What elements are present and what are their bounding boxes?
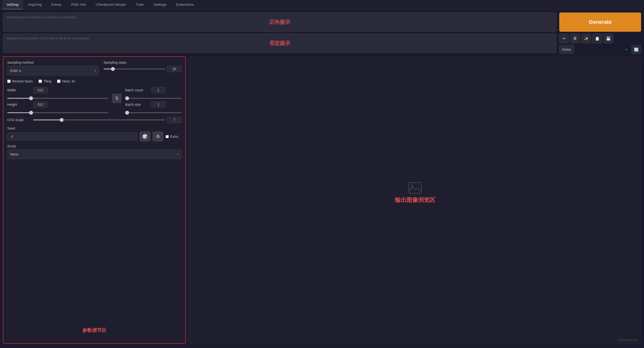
tab-settings[interactable]: Settings bbox=[149, 0, 172, 9]
dice-button[interactable]: 🎲 bbox=[140, 132, 150, 141]
sampling-left: Sampling method Euler a bbox=[7, 61, 99, 75]
styles-refresh-button[interactable]: 🔄 bbox=[632, 45, 641, 54]
tab-txt2img[interactable]: txt2img bbox=[2, 0, 23, 9]
save-icon: 💾 bbox=[606, 36, 611, 41]
prompts-column: Prompt (press Ctrl+Enter or Alt+Enter to… bbox=[3, 12, 556, 54]
cfg-slider-row: CFG Scale bbox=[7, 117, 182, 123]
seed-label: Seed bbox=[7, 126, 182, 130]
dims-left: Width Height bbox=[7, 87, 108, 114]
seed-row: Seed 🎲 ♻ Extra bbox=[7, 126, 182, 141]
negative-prompt-overlay: 否定提示 bbox=[269, 40, 290, 47]
batch-count-input[interactable] bbox=[151, 87, 166, 93]
script-row: Script None bbox=[7, 144, 182, 159]
tiling-checkbox-label[interactable]: Tiling bbox=[38, 79, 51, 83]
main-layout: Prompt (press Ctrl+Enter or Alt+Enter to… bbox=[0, 10, 644, 347]
seed-input-row: 🎲 ♻ Extra bbox=[7, 132, 182, 141]
cfg-scale-slider[interactable] bbox=[33, 119, 165, 120]
hires-fix-label: Hires. fix bbox=[62, 79, 75, 83]
sampling-steps-slider[interactable] bbox=[104, 68, 165, 69]
extra-label: Extra bbox=[170, 135, 178, 139]
sampling-row: Sampling method Euler a Sampling steps bbox=[7, 61, 182, 75]
top-section: Prompt (press Ctrl+Enter or Alt+Enter to… bbox=[3, 12, 641, 54]
batch-size-slider[interactable] bbox=[125, 112, 182, 113]
script-select[interactable]: None bbox=[7, 150, 182, 159]
width-input[interactable] bbox=[33, 87, 48, 93]
styles-row: Styles 🔄 bbox=[559, 45, 641, 54]
extra-checkbox[interactable] bbox=[166, 135, 169, 138]
batch-count-row: Batch count bbox=[125, 87, 182, 93]
height-slider[interactable] bbox=[7, 112, 108, 113]
clipboard-button[interactable]: 📋 bbox=[592, 34, 602, 43]
negative-prompt-placeholder: Negative prompt (press Ctrl+Enter or Alt… bbox=[6, 36, 89, 40]
output-placeholder-icon bbox=[408, 181, 422, 198]
magic-button[interactable]: ✨ bbox=[582, 34, 591, 43]
save-button[interactable]: 💾 bbox=[604, 34, 613, 43]
sampling-steps-slider-row bbox=[104, 66, 182, 72]
script-select-wrapper: None bbox=[7, 150, 182, 159]
batch-count-slider-row bbox=[125, 96, 182, 101]
tab-extensions[interactable]: Extensions bbox=[172, 0, 198, 9]
swap-button[interactable]: ⇅ bbox=[112, 94, 121, 103]
pencil-button[interactable]: ✏ bbox=[559, 34, 569, 43]
sampling-steps-label: Sampling steps bbox=[104, 61, 182, 64]
magic-icon: ✨ bbox=[584, 36, 589, 41]
cfg-scale-input[interactable] bbox=[167, 117, 182, 123]
width-row: Width bbox=[7, 87, 108, 93]
extra-checkbox-label[interactable]: Extra bbox=[166, 135, 178, 139]
tab-checkpoint-merger[interactable]: Checkpoint Merger bbox=[91, 0, 131, 9]
recycle-button[interactable]: ♻ bbox=[153, 132, 163, 141]
trash-button[interactable]: 🗑 bbox=[570, 34, 580, 43]
batch-count-label: Batch count bbox=[125, 88, 149, 92]
positive-prompt-box[interactable]: Prompt (press Ctrl+Enter or Alt+Enter to… bbox=[3, 12, 556, 32]
clipboard-icon: 📋 bbox=[595, 36, 600, 41]
sampling-steps-value[interactable] bbox=[167, 66, 182, 72]
width-slider[interactable] bbox=[7, 98, 108, 99]
bottom-section: Sampling method Euler a Sampling steps bbox=[3, 56, 641, 344]
hires-fix-checkbox[interactable] bbox=[57, 80, 60, 83]
batch-count-slider[interactable] bbox=[125, 98, 182, 99]
sampling-method-label: Sampling method bbox=[7, 61, 99, 64]
restore-faces-checkbox-label[interactable]: Restore faces bbox=[7, 79, 33, 83]
height-input[interactable] bbox=[33, 101, 48, 108]
tiling-checkbox[interactable] bbox=[38, 80, 42, 83]
checkboxes-row: Restore faces Tiling Hires. fix bbox=[7, 79, 182, 83]
tab-extras[interactable]: Extras bbox=[46, 0, 66, 9]
batch-right: Batch count Batch size bbox=[125, 87, 182, 114]
seed-input[interactable] bbox=[7, 132, 137, 141]
svg-point-1 bbox=[411, 185, 413, 187]
batch-size-input[interactable] bbox=[151, 101, 166, 108]
batch-size-slider-row bbox=[125, 110, 182, 114]
sampling-method-select[interactable]: Euler a bbox=[7, 66, 99, 75]
swap-icon: ⇅ bbox=[115, 96, 119, 101]
watermark: CSDN @larosdS bbox=[618, 339, 638, 342]
cfg-scale-label: CFG Scale bbox=[7, 118, 31, 122]
positive-prompt-placeholder: Prompt (press Ctrl+Enter or Alt+Enter to… bbox=[6, 15, 76, 19]
restore-faces-checkbox[interactable] bbox=[7, 80, 10, 83]
batch-size-label: Batch size bbox=[125, 103, 149, 106]
script-label: Script bbox=[7, 144, 182, 148]
height-label: Height bbox=[7, 103, 31, 106]
cfg-scale-row: CFG Scale bbox=[7, 117, 182, 123]
hires-fix-checkbox-label[interactable]: Hires. fix bbox=[57, 79, 75, 83]
pencil-icon: ✏ bbox=[563, 36, 566, 41]
dice-icon: 🎲 bbox=[142, 134, 148, 139]
tab-png-info[interactable]: PNG Info bbox=[66, 0, 91, 9]
tab-train[interactable]: Train bbox=[131, 0, 149, 9]
styles-select-wrapper: Styles bbox=[559, 45, 630, 54]
styles-select[interactable]: Styles bbox=[559, 45, 574, 54]
negative-prompt-box[interactable]: Negative prompt (press Ctrl+Enter or Alt… bbox=[3, 34, 556, 53]
generate-column: Generate ✏ 🗑 ✨ 📋 💾 bbox=[559, 12, 641, 54]
param-section-label: 参数调节区 bbox=[82, 327, 106, 334]
tab-img2img[interactable]: img2img bbox=[23, 0, 46, 9]
width-label: Width bbox=[7, 88, 31, 92]
sampling-method-select-wrapper: Euler a bbox=[7, 66, 99, 75]
generate-button[interactable]: Generate bbox=[559, 12, 641, 32]
trash-icon: 🗑 bbox=[573, 36, 577, 41]
batch-size-row: Batch size bbox=[125, 101, 182, 108]
svg-rect-0 bbox=[409, 183, 421, 193]
toolbar-row: ✏ 🗑 ✨ 📋 💾 bbox=[559, 34, 641, 43]
positive-prompt-overlay: 正向提示 bbox=[269, 18, 290, 26]
refresh-icon: 🔄 bbox=[634, 47, 639, 52]
restore-faces-label: Restore faces bbox=[12, 79, 33, 83]
sampling-right: Sampling steps bbox=[104, 61, 182, 72]
